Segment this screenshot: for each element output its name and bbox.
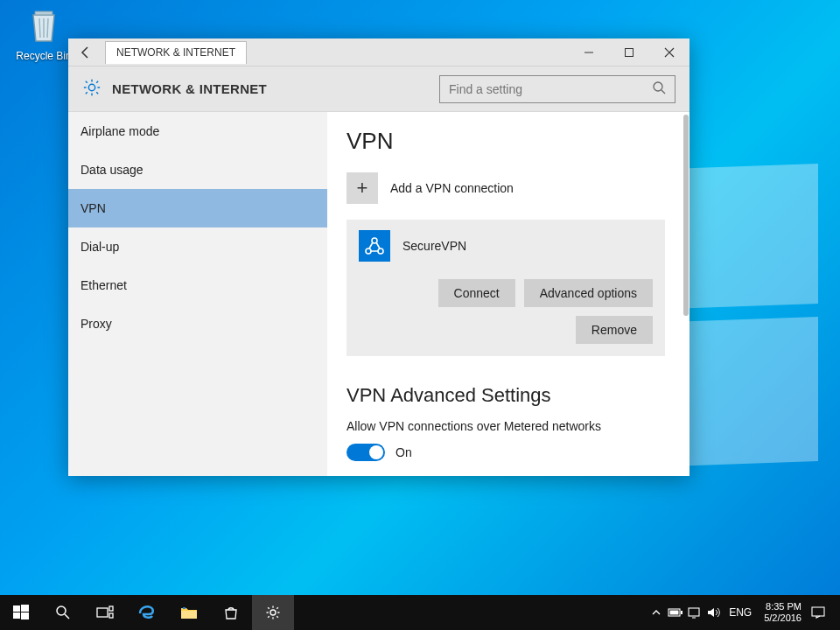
recycle-bin-icon <box>23 4 65 46</box>
gear-icon <box>82 78 102 101</box>
metered-toggle[interactable] <box>346 444 385 461</box>
search-button[interactable] <box>42 595 84 630</box>
sidebar-item-proxy[interactable]: Proxy <box>68 304 327 343</box>
clock-time: 8:35 PM <box>764 601 802 612</box>
svg-line-0 <box>39 18 40 38</box>
search-input[interactable] <box>449 82 652 96</box>
header: NETWORK & INTERNET <box>68 66 690 112</box>
svg-rect-20 <box>183 607 186 609</box>
tray-overflow-icon[interactable] <box>647 608 666 617</box>
section-heading-advanced: VPN Advanced Settings <box>346 384 665 407</box>
body: Airplane mode Data usage VPN Dial-up Eth… <box>68 112 690 476</box>
svg-rect-24 <box>689 608 699 616</box>
svg-line-6 <box>662 90 665 94</box>
plus-icon: + <box>346 172 378 204</box>
svg-rect-16 <box>97 608 108 617</box>
scrollbar-thumb[interactable] <box>683 115 689 316</box>
sidebar-item-label: Data usage <box>80 163 144 177</box>
svg-rect-17 <box>109 606 113 611</box>
search-box[interactable] <box>439 75 676 103</box>
svg-rect-13 <box>21 612 29 620</box>
clock[interactable]: 8:35 PM 5/2/2016 <box>757 601 808 624</box>
window-tab-label: NETWORK & INTERNET <box>116 46 235 59</box>
sidebar-item-label: Dial-up <box>80 240 119 254</box>
action-center-icon[interactable] <box>808 606 828 619</box>
taskbar-app-store[interactable] <box>210 595 252 630</box>
svg-rect-4 <box>626 48 634 56</box>
sidebar-item-vpn[interactable]: VPN <box>68 189 327 228</box>
system-tray: ENG 8:35 PM 5/2/2016 <box>641 595 840 630</box>
remove-button[interactable]: Remove <box>576 316 653 344</box>
sidebar-item-label: Ethernet <box>80 278 127 292</box>
svg-point-14 <box>57 606 66 615</box>
vpn-connection-icon <box>359 230 390 262</box>
svg-point-5 <box>654 82 662 91</box>
minimize-button[interactable] <box>569 38 609 66</box>
window-tab[interactable]: NETWORK & INTERNET <box>105 41 247 64</box>
sidebar-item-airplane-mode[interactable]: Airplane mode <box>68 112 327 150</box>
add-vpn-label: Add a VPN connection <box>390 181 514 195</box>
svg-point-9 <box>378 248 383 254</box>
sidebar: Airplane mode Data usage VPN Dial-up Eth… <box>68 112 327 476</box>
sidebar-item-label: Proxy <box>80 317 112 331</box>
start-button[interactable] <box>0 595 42 630</box>
add-vpn-button[interactable]: + Add a VPN connection <box>346 172 665 204</box>
sidebar-item-data-usage[interactable]: Data usage <box>68 150 327 189</box>
task-view-button[interactable] <box>84 595 126 630</box>
section-heading-vpn: VPN <box>346 128 665 155</box>
vpn-connection-card[interactable]: SecureVPN Connect Advanced options Remov… <box>346 220 665 356</box>
taskbar-app-edge[interactable] <box>126 595 168 630</box>
svg-rect-18 <box>109 613 113 618</box>
connect-button[interactable]: Connect <box>438 279 515 307</box>
svg-rect-11 <box>21 605 29 612</box>
svg-rect-26 <box>812 607 824 616</box>
svg-point-8 <box>366 248 371 254</box>
svg-rect-23 <box>681 611 682 614</box>
metered-label: Allow VPN connections over Metered netwo… <box>346 419 665 433</box>
main-content: VPN + Add a VPN connection SecureVPN <box>327 112 690 476</box>
svg-line-15 <box>65 614 69 619</box>
desktop: Recycle Bin NETWORK & INTERNET <box>0 0 840 630</box>
taskbar-app-settings[interactable] <box>252 595 294 630</box>
taskbar-app-file-explorer[interactable] <box>168 595 210 630</box>
sidebar-item-dial-up[interactable]: Dial-up <box>68 228 327 266</box>
advanced-options-button[interactable]: Advanced options <box>524 279 653 307</box>
svg-rect-19 <box>181 611 197 619</box>
metered-toggle-state: On <box>396 445 412 459</box>
metered-toggle-row: On <box>346 444 665 461</box>
svg-rect-12 <box>13 612 20 619</box>
sidebar-item-ethernet[interactable]: Ethernet <box>68 266 327 304</box>
clock-date: 5/2/2016 <box>764 612 802 624</box>
back-button[interactable] <box>68 38 103 66</box>
svg-rect-10 <box>13 606 20 612</box>
svg-rect-22 <box>670 611 679 615</box>
page-title: NETWORK & INTERNET <box>112 81 439 96</box>
settings-window: NETWORK & INTERNET NETWORK & INTERNET <box>68 38 690 476</box>
language-indicator[interactable]: ENG <box>724 606 757 619</box>
taskbar: ENG 8:35 PM 5/2/2016 <box>0 595 840 630</box>
search-icon <box>652 80 666 98</box>
battery-icon[interactable] <box>666 607 685 618</box>
volume-icon[interactable] <box>704 606 724 619</box>
sidebar-item-label: Airplane mode <box>80 124 159 138</box>
network-icon[interactable] <box>685 606 704 619</box>
vpn-connection-name: SecureVPN <box>402 239 466 253</box>
titlebar: NETWORK & INTERNET <box>68 38 690 66</box>
maximize-button[interactable] <box>609 38 649 66</box>
svg-line-2 <box>47 18 48 38</box>
sidebar-item-label: VPN <box>80 201 106 215</box>
close-button[interactable] <box>649 38 690 66</box>
